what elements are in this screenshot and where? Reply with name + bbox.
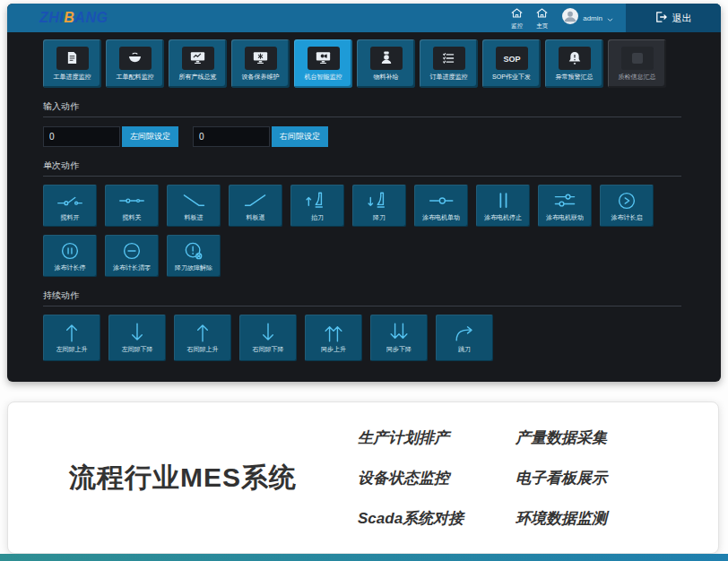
action-tile-label: 料板进 — [185, 213, 204, 222]
app-tile[interactable]: 异常预警汇总 — [545, 39, 603, 88]
app-tile-label: 设备保养维护 — [242, 73, 280, 82]
blank-icon — [621, 47, 654, 70]
avatar — [562, 8, 578, 28]
action-tile[interactable]: 抬刀 — [290, 185, 344, 227]
feature-item: 电子看板展示 — [516, 468, 607, 488]
action-tile[interactable]: 降刀 — [352, 185, 406, 227]
feature-list: 生产计划排产设备状态监控Scada系统对接产量数据采集电子看板展示环境数据监测 — [358, 427, 607, 529]
single-action-row-1: 搅料开搅料关料板进料板退抬刀降刀涂布电机单动涂布电机停止涂布电机联动涂布计长启 — [43, 185, 681, 227]
knife-down-icon — [366, 190, 393, 211]
dashboard-body: 工单进度监控工单配料监控所有产线总览设备保养维护机台智能监控物料补给订单进度监控… — [7, 32, 721, 361]
logo-text: ZHI — [39, 10, 64, 25]
action-tile[interactable]: 降刀故障解除 — [167, 235, 221, 277]
section-title-input-actions: 输入动作 — [43, 100, 681, 117]
app-tile[interactable]: 工单进度监控 — [43, 39, 101, 88]
user-menu[interactable]: admin — [562, 8, 613, 28]
action-tile-label: 涂布计长停 — [55, 263, 86, 272]
header-nav: 监控主页 — [511, 5, 548, 30]
logout-icon — [655, 12, 667, 24]
action-tile[interactable]: 同步上升 — [305, 315, 362, 361]
jump-arrow-icon — [451, 322, 478, 343]
chevron-down-icon — [607, 10, 613, 26]
action-tile[interactable]: 涂布计长停 — [43, 235, 97, 277]
arrow-up-icon — [189, 322, 216, 343]
action-tile[interactable]: 涂布计长清零 — [105, 235, 159, 277]
monitor-gear-icon — [245, 47, 277, 70]
left-gap-set-button[interactable]: 左间隙设定 — [122, 126, 178, 147]
logout-button[interactable]: 退出 — [626, 4, 721, 32]
logo-text: ANG — [74, 10, 108, 25]
action-tile-label: 涂布计长启 — [611, 213, 643, 222]
monitor-camera-icon — [308, 47, 340, 70]
app-tile-label: 订单进度监控 — [430, 73, 468, 82]
home-icon — [536, 5, 548, 22]
feature-item: 环境数据监测 — [516, 508, 607, 529]
sliders-icon — [551, 190, 578, 211]
action-tile[interactable]: 涂布计长启 — [600, 185, 654, 227]
header-nav-item[interactable]: 监控 — [511, 5, 523, 30]
nav-item-label: 监控 — [511, 22, 523, 30]
left-gap-group: 左间隙设定 — [43, 126, 178, 147]
home-monitor-icon — [511, 5, 523, 22]
action-tile[interactable]: 涂布电机单动 — [414, 185, 468, 227]
app-tile[interactable]: 订单进度监控 — [420, 39, 478, 88]
arrow-down-icon — [124, 322, 151, 343]
section-title-single-actions: 单次动作 — [43, 160, 681, 177]
action-tile[interactable]: 料板进 — [167, 185, 221, 227]
action-tile[interactable]: 跳刀 — [436, 315, 493, 361]
action-tile-label: 抬刀 — [311, 213, 324, 222]
app-tile[interactable]: 所有产线总览 — [169, 39, 227, 88]
page: ZHIBANG 监控主页 admin 退出 工单进度监控工单配料监控所有产线总览… — [0, 0, 728, 561]
minus-circle-icon — [118, 240, 145, 262]
mes-system-title: 流程行业MES系统 — [8, 460, 358, 496]
brand-logo: ZHIBANG — [39, 10, 108, 26]
app-tile[interactable]: 物料补给 — [357, 39, 415, 88]
warn-clear-icon — [180, 240, 207, 262]
app-tile-label: 工单配料监控 — [117, 73, 154, 82]
action-tile[interactable]: 右间隙下降 — [239, 315, 297, 361]
action-tile-label: 跳刀 — [458, 345, 471, 354]
app-tile-row: 工单进度监控工单配料监控所有产线总览设备保养维护机台智能监控物料补给订单进度监控… — [43, 39, 681, 88]
arrow-down-icon — [255, 322, 282, 343]
app-tile[interactable]: 工单配料监控 — [106, 39, 164, 88]
feature-column: 产量数据采集电子看板展示环境数据监测 — [516, 427, 607, 529]
play-circle-icon — [613, 190, 640, 211]
doc-icon — [56, 47, 89, 70]
action-tile-label: 涂布电机联动 — [546, 213, 584, 222]
knife-up-icon — [304, 190, 331, 211]
material-icon — [370, 47, 403, 70]
logo-text-accent: B — [64, 10, 74, 25]
mes-dashboard-window: ZHIBANG 监控主页 admin 退出 工单进度监控工单配料监控所有产线总览… — [7, 4, 721, 382]
mes-info-card: 流程行业MES系统 生产计划排产设备状态监控Scada系统对接产量数据采集电子看… — [7, 401, 719, 554]
action-tile[interactable]: 涂布电机停止 — [476, 185, 530, 227]
nav-item-label: 主页 — [536, 22, 548, 30]
app-tile-label: 机台智能监控 — [305, 73, 342, 82]
action-tile-label: 右间隙下降 — [253, 345, 284, 354]
action-tile-label: 搅料关 — [123, 213, 142, 222]
right-gap-value-input[interactable] — [193, 126, 270, 147]
action-tile[interactable]: 搅料关 — [105, 185, 159, 227]
feature-item: 设备状态监控 — [358, 468, 464, 488]
order-list-icon — [433, 47, 465, 70]
action-tile[interactable]: 左间隙下降 — [108, 315, 166, 361]
feature-item: 生产计划排产 — [358, 427, 464, 448]
header-nav-item[interactable]: 主页 — [536, 5, 548, 30]
left-gap-value-input[interactable] — [43, 126, 120, 147]
action-tile-label: 搅料开 — [61, 213, 80, 222]
action-tile[interactable]: 搅料开 — [43, 185, 97, 227]
right-gap-set-button[interactable]: 右间隙设定 — [272, 126, 328, 147]
action-tile[interactable]: 涂布电机联动 — [538, 185, 592, 227]
app-tile[interactable]: 设备保养维护 — [231, 39, 290, 88]
action-tile[interactable]: 料板退 — [229, 185, 282, 227]
action-tile-label: 左间隙下降 — [122, 345, 153, 354]
app-tile[interactable]: SOPSOP作业下发 — [482, 39, 541, 88]
action-tile-label: 右间隙上升 — [187, 345, 219, 354]
action-tile[interactable]: 右间隙上升 — [174, 315, 231, 361]
angle-back-icon — [242, 190, 269, 211]
pause-circle-icon — [56, 240, 83, 262]
action-tile-label: 同步上升 — [321, 345, 346, 354]
action-tile[interactable]: 左间隙上升 — [43, 315, 100, 361]
bottom-accent-bar — [0, 554, 728, 561]
action-tile[interactable]: 同步下降 — [370, 315, 428, 361]
app-tile[interactable]: 机台智能监控 — [294, 39, 352, 88]
